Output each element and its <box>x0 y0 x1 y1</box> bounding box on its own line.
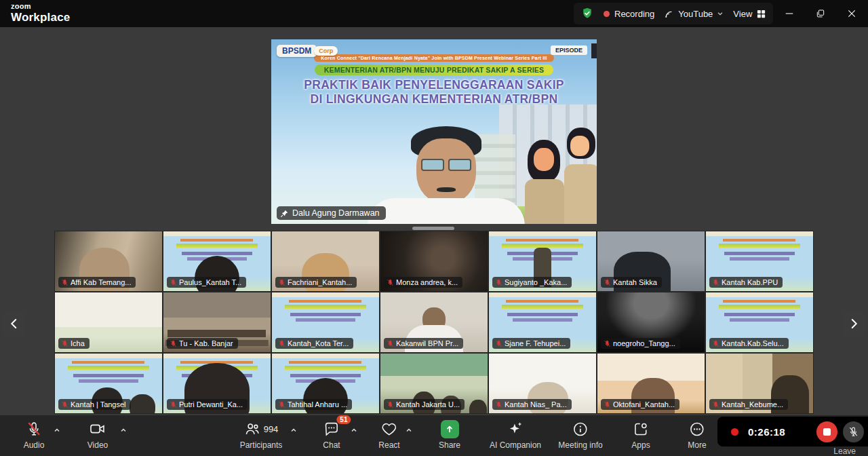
mic-muted-icon <box>61 279 68 286</box>
participant-name: Tahtihal Anharu ... <box>288 400 347 408</box>
participants-options-chevron[interactable] <box>290 425 298 437</box>
mic-muted-icon <box>712 401 719 408</box>
more-button[interactable]: More <box>688 419 706 450</box>
participant-tile[interactable]: Sugiyanto _Kaka... <box>488 231 597 292</box>
participant-tile[interactable]: Kantah_Kota Ter... <box>271 292 380 353</box>
mic-muted-icon <box>712 279 719 286</box>
participant-name-tag: Sjane F. Tehupei... <box>492 338 570 349</box>
main-speaker-video[interactable]: Koren Connect "Dari Rencana Menjadi Nyat… <box>271 39 597 224</box>
audio-options-chevron[interactable] <box>53 425 61 437</box>
participant-tile[interactable]: Fachriani_Kantah... <box>271 231 380 292</box>
participant-tile[interactable]: Kantah Kab.PPU <box>705 231 814 292</box>
recording-dot-icon <box>604 11 610 17</box>
recording-control-pill: 0:26:18 <box>717 417 868 446</box>
gallery-prev-page-button[interactable] <box>3 311 26 337</box>
minimize-button[interactable] <box>781 5 797 22</box>
participant-name: Tu - Kab. Banjar <box>179 339 233 347</box>
slide-title-line1: PRAKTIK BAIK PENYELENGGARAAN SAKIP <box>304 78 564 92</box>
mic-muted-icon <box>61 340 68 347</box>
stop-recording-button[interactable] <box>816 421 837 442</box>
restore-button[interactable] <box>812 5 829 22</box>
video-button[interactable]: Video <box>87 419 108 450</box>
recording-indicator[interactable]: Recording <box>604 9 654 19</box>
participant-name-tag: Monza andrea, k... <box>384 277 462 288</box>
view-button[interactable]: View <box>733 9 766 19</box>
info-icon <box>572 421 589 438</box>
participant-tile[interactable]: Kantah Jakarta U... <box>380 353 488 414</box>
stop-icon <box>823 428 831 436</box>
mic-muted-icon <box>387 279 394 286</box>
slide-title-line2: DI LINGKUNGAN KEMENTERIAN ATR/BPN <box>311 92 558 106</box>
participant-name-tag: Kakanwil BPN Pr... <box>384 338 463 349</box>
apps-button[interactable]: Apps <box>631 419 650 450</box>
leave-label[interactable]: Leave <box>833 446 856 456</box>
video-camera-icon <box>89 420 106 438</box>
participant-tile[interactable]: Monza andrea, k... <box>380 231 488 292</box>
youtube-label: YouTube <box>678 9 713 19</box>
participant-name: Paulus_Kantah T... <box>179 278 241 286</box>
speaker-name-tag: Dalu Agung Darmawan <box>277 206 386 220</box>
participant-tile[interactable]: Kantah_Kebume... <box>705 353 814 414</box>
participant-tile[interactable]: Putri Dewanti_Ka... <box>163 353 271 414</box>
ai-companion-button[interactable]: AI Companion <box>490 419 541 450</box>
gallery-next-page-button[interactable] <box>842 311 865 337</box>
mic-muted-icon <box>712 340 719 347</box>
participant-tile[interactable]: Icha <box>54 292 163 353</box>
participant-tile[interactable]: Affi Kab Temang... <box>54 231 163 292</box>
participant-name: Icha <box>71 339 85 347</box>
titlebar-status-cluster: Recording YouTube View <box>574 3 773 24</box>
mic-muted-icon <box>387 401 394 408</box>
livestream-youtube-control[interactable]: YouTube <box>664 9 724 19</box>
mic-muted-icon <box>278 401 285 408</box>
participant-name-tag: Kantah.Kab.Selu... <box>709 338 789 349</box>
episode-badge-edge <box>591 43 597 58</box>
participant-tile[interactable]: Kantah | Tangsel <box>54 353 163 414</box>
slide-logos: BPSDM Corp <box>277 45 338 57</box>
meeting-toolbar: Audio Video 994 Participants <box>0 415 868 456</box>
share-button[interactable]: Share <box>439 419 460 450</box>
participant-name: Kantah Sikka <box>613 278 657 286</box>
video-options-chevron[interactable] <box>119 425 127 437</box>
participant-tile[interactable]: Kantah.Kab.Selu... <box>705 292 814 353</box>
pin-icon <box>280 209 289 218</box>
mic-muted-icon <box>604 401 611 408</box>
participant-name: noegroho_Tangg... <box>613 339 675 347</box>
participant-tile[interactable]: Kakanwil BPN Pr... <box>380 292 488 353</box>
stream-signal-icon <box>664 9 674 19</box>
mic-muted-icon <box>495 279 502 286</box>
gallery-scrollbar[interactable] <box>412 227 454 230</box>
security-shield-icon[interactable] <box>580 7 594 20</box>
participant-name-tag: noegroho_Tangg... <box>601 338 680 349</box>
share-label: Share <box>439 440 460 450</box>
react-button[interactable]: React <box>378 419 399 450</box>
participant-name: Affi Kab Temang... <box>71 278 131 286</box>
mic-muted-icon <box>170 279 177 286</box>
logo-zoom-text: zoom <box>11 3 70 10</box>
mute-toggle-button[interactable] <box>843 421 864 442</box>
participant-tile[interactable]: Tahtihal Anharu ... <box>271 353 380 414</box>
mic-muted-icon <box>604 279 611 286</box>
audio-button[interactable]: Audio <box>24 419 45 450</box>
participant-tile[interactable]: Paulus_Kantah T... <box>163 231 271 292</box>
participants-label: Participants <box>240 440 283 450</box>
mic-muted-icon <box>495 340 502 347</box>
meeting-info-button[interactable]: Meeting info <box>558 419 602 450</box>
participant-tile[interactable]: Tu - Kab. Banjar <box>163 292 271 353</box>
participant-tile[interactable]: noegroho_Tangg... <box>597 292 705 353</box>
participants-button[interactable]: 994 Participants <box>240 419 283 450</box>
slide-top-banner: Koren Connect "Dari Rencana Menjadi Nyat… <box>314 54 553 62</box>
participant-tile[interactable]: Kantah Nias_ Pa... <box>488 353 597 414</box>
participant-tile[interactable]: Kantah Sikka <box>597 231 705 292</box>
cartoon-character-male <box>564 128 597 224</box>
participant-tile[interactable]: Oktofani_Kantah... <box>597 353 705 414</box>
close-button[interactable] <box>844 5 860 22</box>
participant-name: Oktofani_Kantah... <box>613 400 675 408</box>
react-options-chevron[interactable] <box>405 425 413 437</box>
chat-options-chevron[interactable] <box>350 425 358 437</box>
participant-tile[interactable]: Sjane F. Tehupei... <box>488 292 597 353</box>
mic-muted-icon <box>25 421 42 438</box>
participant-name: Putri Dewanti_Ka... <box>179 400 243 408</box>
chat-button[interactable]: 51 Chat <box>323 419 340 450</box>
mic-muted-icon <box>387 340 394 347</box>
mic-muted-icon <box>170 340 177 347</box>
